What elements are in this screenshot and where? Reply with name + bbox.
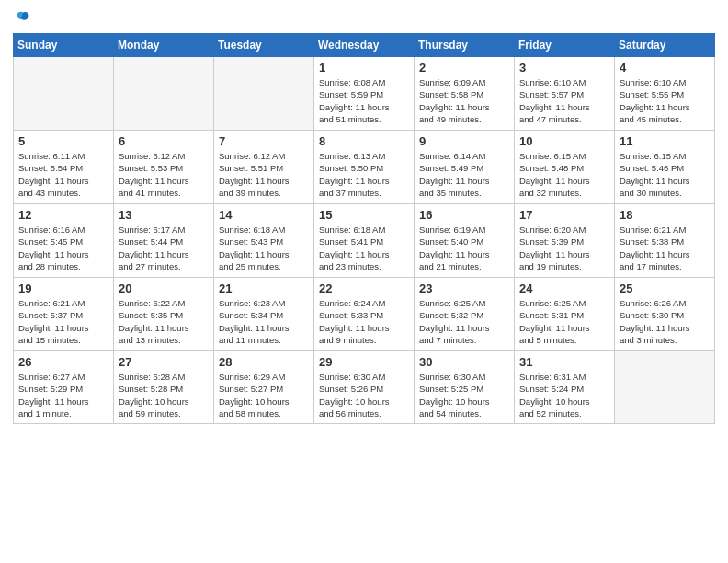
day-number: 19 [18,282,108,295]
day-number: 16 [419,208,509,222]
calendar-day-cell [214,57,314,131]
day-info: Sunrise: 6:30 AM Sunset: 5:26 PM Dayligh… [319,371,409,419]
day-info: Sunrise: 6:24 AM Sunset: 5:33 PM Dayligh… [319,297,409,346]
calendar-week-row: 12Sunrise: 6:16 AM Sunset: 5:45 PM Dayli… [14,204,715,278]
day-info: Sunrise: 6:28 AM Sunset: 5:28 PM Dayligh… [119,371,209,419]
day-number: 4 [620,61,710,75]
day-number: 14 [219,208,309,222]
day-info: Sunrise: 6:30 AM Sunset: 5:25 PM Dayligh… [419,371,509,419]
header [13,9,715,26]
day-info: Sunrise: 6:14 AM Sunset: 5:49 PM Dayligh… [419,150,509,199]
logo-text [13,9,31,26]
day-info: Sunrise: 6:29 AM Sunset: 5:27 PM Dayligh… [219,371,309,419]
day-number: 29 [319,355,409,369]
day-info: Sunrise: 6:12 AM Sunset: 5:51 PM Dayligh… [219,150,309,199]
calendar-day-cell: 14Sunrise: 6:18 AM Sunset: 5:43 PM Dayli… [214,204,314,278]
calendar-day-cell: 22Sunrise: 6:24 AM Sunset: 5:33 PM Dayli… [314,278,415,351]
day-info: Sunrise: 6:22 AM Sunset: 5:35 PM Dayligh… [119,297,209,346]
calendar-week-row: 5Sunrise: 6:11 AM Sunset: 5:54 PM Daylig… [14,131,715,204]
day-number: 22 [319,282,409,295]
calendar-day-cell: 18Sunrise: 6:21 AM Sunset: 5:38 PM Dayli… [615,204,715,278]
calendar-day-cell: 8Sunrise: 6:13 AM Sunset: 5:50 PM Daylig… [314,131,415,204]
day-number: 15 [319,208,409,222]
day-number: 27 [119,355,209,369]
logo-bird-icon [15,9,31,26]
calendar-day-cell: 23Sunrise: 6:25 AM Sunset: 5:32 PM Dayli… [415,278,515,351]
calendar-day-cell: 19Sunrise: 6:21 AM Sunset: 5:37 PM Dayli… [14,278,114,351]
day-number: 26 [18,355,108,369]
calendar-day-cell: 3Sunrise: 6:10 AM Sunset: 5:57 PM Daylig… [515,57,615,131]
day-number: 11 [620,134,710,148]
calendar-day-cell: 5Sunrise: 6:11 AM Sunset: 5:54 PM Daylig… [14,131,114,204]
day-info: Sunrise: 6:25 AM Sunset: 5:31 PM Dayligh… [519,297,609,346]
day-info: Sunrise: 6:27 AM Sunset: 5:29 PM Dayligh… [18,371,108,419]
calendar-day-cell: 11Sunrise: 6:15 AM Sunset: 5:46 PM Dayli… [615,131,715,204]
day-info: Sunrise: 6:31 AM Sunset: 5:24 PM Dayligh… [519,371,609,419]
calendar-day-cell: 16Sunrise: 6:19 AM Sunset: 5:40 PM Dayli… [415,204,515,278]
day-number: 3 [519,61,609,75]
calendar-day-cell: 1Sunrise: 6:08 AM Sunset: 5:59 PM Daylig… [314,57,415,131]
day-number: 20 [119,282,209,295]
logo [13,9,31,26]
calendar-week-row: 26Sunrise: 6:27 AM Sunset: 5:29 PM Dayli… [14,351,715,424]
day-info: Sunrise: 6:10 AM Sunset: 5:55 PM Dayligh… [620,76,710,125]
weekday-header: Tuesday [214,34,314,57]
calendar-container: SundayMondayTuesdayWednesdayThursdayFrid… [0,0,728,437]
day-number: 6 [119,134,209,148]
calendar-table: SundayMondayTuesdayWednesdayThursdayFrid… [13,33,715,424]
calendar-day-cell: 30Sunrise: 6:30 AM Sunset: 5:25 PM Dayli… [415,351,515,424]
day-number: 25 [620,282,710,295]
calendar-day-cell: 7Sunrise: 6:12 AM Sunset: 5:51 PM Daylig… [214,131,314,204]
calendar-day-cell: 6Sunrise: 6:12 AM Sunset: 5:53 PM Daylig… [114,131,214,204]
weekday-header: Wednesday [314,34,415,57]
weekday-header: Thursday [415,34,515,57]
day-number: 8 [319,134,409,148]
weekday-header: Saturday [615,34,715,57]
calendar-day-cell [615,351,715,424]
calendar-day-cell: 15Sunrise: 6:18 AM Sunset: 5:41 PM Dayli… [314,204,415,278]
day-number: 24 [519,282,609,295]
day-info: Sunrise: 6:13 AM Sunset: 5:50 PM Dayligh… [319,150,409,199]
day-info: Sunrise: 6:11 AM Sunset: 5:54 PM Dayligh… [18,150,108,199]
calendar-day-cell [14,57,114,131]
calendar-day-cell: 13Sunrise: 6:17 AM Sunset: 5:44 PM Dayli… [114,204,214,278]
day-info: Sunrise: 6:18 AM Sunset: 5:41 PM Dayligh… [319,224,409,272]
day-info: Sunrise: 6:12 AM Sunset: 5:53 PM Dayligh… [119,150,209,199]
day-number: 31 [519,355,609,369]
weekday-header: Sunday [14,34,114,57]
day-info: Sunrise: 6:08 AM Sunset: 5:59 PM Dayligh… [319,76,409,125]
calendar-day-cell: 10Sunrise: 6:15 AM Sunset: 5:48 PM Dayli… [515,131,615,204]
calendar-day-cell: 26Sunrise: 6:27 AM Sunset: 5:29 PM Dayli… [14,351,114,424]
day-info: Sunrise: 6:25 AM Sunset: 5:32 PM Dayligh… [419,297,509,346]
day-number: 21 [219,282,309,295]
day-number: 5 [18,134,108,148]
day-info: Sunrise: 6:09 AM Sunset: 5:58 PM Dayligh… [419,76,509,125]
day-info: Sunrise: 6:20 AM Sunset: 5:39 PM Dayligh… [519,224,609,272]
day-info: Sunrise: 6:23 AM Sunset: 5:34 PM Dayligh… [219,297,309,346]
day-number: 18 [620,208,710,222]
day-number: 2 [419,61,509,75]
day-info: Sunrise: 6:17 AM Sunset: 5:44 PM Dayligh… [119,224,209,272]
day-number: 7 [219,134,309,148]
calendar-day-cell: 27Sunrise: 6:28 AM Sunset: 5:28 PM Dayli… [114,351,214,424]
calendar-day-cell: 12Sunrise: 6:16 AM Sunset: 5:45 PM Dayli… [14,204,114,278]
day-info: Sunrise: 6:16 AM Sunset: 5:45 PM Dayligh… [18,224,108,272]
day-number: 23 [419,282,509,295]
calendar-day-cell: 28Sunrise: 6:29 AM Sunset: 5:27 PM Dayli… [214,351,314,424]
calendar-day-cell: 17Sunrise: 6:20 AM Sunset: 5:39 PM Dayli… [515,204,615,278]
weekday-header: Monday [114,34,214,57]
calendar-day-cell: 21Sunrise: 6:23 AM Sunset: 5:34 PM Dayli… [214,278,314,351]
day-info: Sunrise: 6:19 AM Sunset: 5:40 PM Dayligh… [419,224,509,272]
calendar-day-cell: 4Sunrise: 6:10 AM Sunset: 5:55 PM Daylig… [615,57,715,131]
day-number: 17 [519,208,609,222]
calendar-week-row: 19Sunrise: 6:21 AM Sunset: 5:37 PM Dayli… [14,278,715,351]
day-info: Sunrise: 6:26 AM Sunset: 5:30 PM Dayligh… [620,297,710,346]
calendar-day-cell: 9Sunrise: 6:14 AM Sunset: 5:49 PM Daylig… [415,131,515,204]
day-number: 10 [519,134,609,148]
calendar-week-row: 1Sunrise: 6:08 AM Sunset: 5:59 PM Daylig… [14,57,715,131]
calendar-day-cell: 31Sunrise: 6:31 AM Sunset: 5:24 PM Dayli… [515,351,615,424]
calendar-day-cell: 29Sunrise: 6:30 AM Sunset: 5:26 PM Dayli… [314,351,415,424]
day-number: 28 [219,355,309,369]
calendar-day-cell: 2Sunrise: 6:09 AM Sunset: 5:58 PM Daylig… [415,57,515,131]
calendar-day-cell: 24Sunrise: 6:25 AM Sunset: 5:31 PM Dayli… [515,278,615,351]
